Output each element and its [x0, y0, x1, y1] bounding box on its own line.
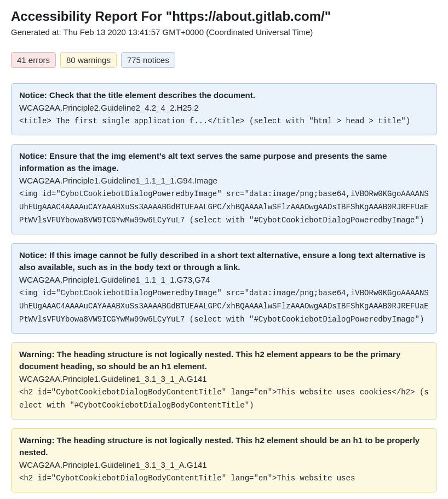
- issue-code: WCAG2AA.Principle1.Guideline1_1.1_1_1.G9…: [19, 176, 217, 185]
- issue-message: Notice: Check that the title element des…: [19, 90, 255, 100]
- issue-item: Warning: The heading structure is not lo…: [11, 428, 437, 492]
- notices-badge[interactable]: 775 notices: [121, 52, 175, 68]
- issue-context: <img id="CybotCookiebotDialogPoweredbyIm…: [19, 188, 429, 227]
- issue-item: Notice: If this image cannot be fully de…: [11, 243, 437, 334]
- issue-context: <title> The first single application f..…: [19, 115, 429, 128]
- summary-badges: 41 errors 80 warnings 775 notices: [11, 52, 437, 68]
- warnings-badge[interactable]: 80 warnings: [60, 52, 117, 68]
- issue-message: Notice: Ensure that the img element's al…: [19, 151, 387, 173]
- issue-message: Notice: If this image cannot be fully de…: [19, 250, 426, 272]
- issue-code: WCAG2AA.Principle1.Guideline1_3.1_3_1_A.…: [19, 460, 207, 469]
- issue-context: <h2 id="CybotCookiebotDialogBodyContentT…: [19, 386, 429, 412]
- issue-context: <h2 id="CybotCookiebotDialogBodyContentT…: [19, 472, 429, 485]
- errors-badge[interactable]: 41 errors: [11, 52, 56, 68]
- issue-item: Notice: Check that the title element des…: [11, 83, 437, 135]
- issue-item: Warning: The heading structure is not lo…: [11, 342, 437, 420]
- issue-item: Notice: Ensure that the img element's al…: [11, 144, 437, 234]
- issues-list: Notice: Check that the title element des…: [11, 83, 437, 492]
- issue-code: WCAG2AA.Principle2.Guideline2_4.2_4_2.H2…: [19, 103, 199, 112]
- issue-code: WCAG2AA.Principle1.Guideline1_3.1_3_1_A.…: [19, 374, 207, 383]
- generated-at: Generated at: Thu Feb 13 2020 13:41:57 G…: [11, 27, 437, 37]
- issue-message: Warning: The heading structure is not lo…: [19, 435, 420, 457]
- issue-message: Warning: The heading structure is not lo…: [19, 349, 400, 371]
- issue-code: WCAG2AA.Principle1.Guideline1_1.1_1_1.G7…: [19, 275, 210, 284]
- issue-context: <img id="CybotCookiebotDialogPoweredbyIm…: [19, 287, 429, 326]
- page-title: Accessibility Report For "https://about.…: [11, 9, 437, 24]
